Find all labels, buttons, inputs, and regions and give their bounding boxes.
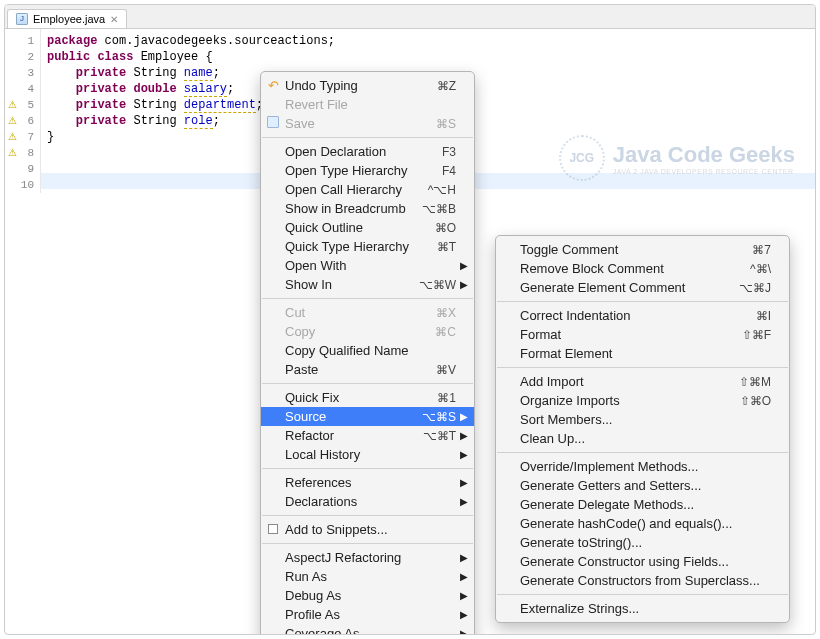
menu-item-generate-getters-and-setters[interactable]: Generate Getters and Setters... xyxy=(496,476,789,495)
menu-shortcut: ⌘Z xyxy=(437,79,456,93)
menu-item-label: References xyxy=(285,475,456,490)
menu-item-quick-type-hierarchy[interactable]: Quick Type Hierarchy⌘T xyxy=(261,237,474,256)
menu-item-quick-outline[interactable]: Quick Outline⌘O xyxy=(261,218,474,237)
menu-separator xyxy=(262,383,473,384)
menu-item-externalize-strings[interactable]: Externalize Strings... xyxy=(496,599,789,618)
menu-item-remove-block-comment[interactable]: Remove Block Comment^⌘\ xyxy=(496,259,789,278)
menu-item-override-implement-methods[interactable]: Override/Implement Methods... xyxy=(496,457,789,476)
menu-item-profile-as[interactable]: Profile As▶ xyxy=(261,605,474,624)
editor-window: J Employee.java ✕ 12345678910⚠⚠⚠⚠ packag… xyxy=(4,4,816,635)
close-tab-icon[interactable]: ✕ xyxy=(110,14,118,25)
menu-item-label: Clean Up... xyxy=(520,431,771,446)
menu-item-save: Save⌘S xyxy=(261,114,474,133)
menu-item-generate-delegate-methods[interactable]: Generate Delegate Methods... xyxy=(496,495,789,514)
menu-item-label: Refactor xyxy=(285,428,415,443)
undo-icon: ↶ xyxy=(265,78,281,93)
warning-marker[interactable]: ⚠ xyxy=(6,147,18,159)
menu-item-declarations[interactable]: Declarations▶ xyxy=(261,492,474,511)
menu-item-open-call-hierarchy[interactable]: Open Call Hierarchy^⌥H xyxy=(261,180,474,199)
menu-shortcut: ⌘I xyxy=(756,309,771,323)
menu-item-coverage-as[interactable]: Coverage As▶ xyxy=(261,624,474,635)
menu-separator xyxy=(262,515,473,516)
menu-item-generate-hashcode-and-equals[interactable]: Generate hashCode() and equals()... xyxy=(496,514,789,533)
menu-item-add-to-snippets[interactable]: Add to Snippets... xyxy=(261,520,474,539)
tab-filename: Employee.java xyxy=(33,13,105,25)
menu-item-local-history[interactable]: Local History▶ xyxy=(261,445,474,464)
context-menu[interactable]: ↶Undo Typing⌘ZRevert FileSave⌘SOpen Decl… xyxy=(260,71,475,635)
menu-shortcut: ⌘C xyxy=(435,325,456,339)
menu-item-label: Open Declaration xyxy=(285,144,434,159)
line-number: 10 xyxy=(5,177,40,193)
menu-item-show-in[interactable]: Show In⌥⌘W▶ xyxy=(261,275,474,294)
save-icon xyxy=(265,116,281,131)
menu-item-references[interactable]: References▶ xyxy=(261,473,474,492)
menu-item-label: Show in Breadcrumb xyxy=(285,201,414,216)
menu-item-label: Quick Type Hierarchy xyxy=(285,239,429,254)
menu-item-aspectj-refactoring[interactable]: AspectJ Refactoring▶ xyxy=(261,548,474,567)
menu-item-label: Declarations xyxy=(285,494,456,509)
warning-marker[interactable]: ⚠ xyxy=(6,131,18,143)
menu-item-open-declaration[interactable]: Open DeclarationF3 xyxy=(261,142,474,161)
submenu-arrow-icon: ▶ xyxy=(460,411,468,422)
menu-shortcut: ⇧⌘M xyxy=(739,375,771,389)
menu-item-show-in-breadcrumb[interactable]: Show in Breadcrumb⌥⌘B xyxy=(261,199,474,218)
menu-separator xyxy=(497,452,788,453)
menu-separator xyxy=(262,298,473,299)
menu-item-revert-file: Revert File xyxy=(261,95,474,114)
menu-item-generate-constructors-from-superclass[interactable]: Generate Constructors from Superclass... xyxy=(496,571,789,590)
menu-item-quick-fix[interactable]: Quick Fix⌘1 xyxy=(261,388,474,407)
menu-item-label: Revert File xyxy=(285,97,456,112)
menu-item-refactor[interactable]: Refactor⌥⌘T▶ xyxy=(261,426,474,445)
menu-item-open-with[interactable]: Open With▶ xyxy=(261,256,474,275)
menu-item-organize-imports[interactable]: Organize Imports⇧⌘O xyxy=(496,391,789,410)
snip-icon xyxy=(265,523,281,537)
menu-item-debug-as[interactable]: Debug As▶ xyxy=(261,586,474,605)
menu-item-generate-constructor-using-fields[interactable]: Generate Constructor using Fields... xyxy=(496,552,789,571)
menu-shortcut: ⌘7 xyxy=(752,243,771,257)
watermark-title: Java Code Geeks xyxy=(613,142,795,168)
menu-item-format[interactable]: Format⇧⌘F xyxy=(496,325,789,344)
menu-item-label: Open Call Hierarchy xyxy=(285,182,420,197)
menu-item-generate-element-comment[interactable]: Generate Element Comment⌥⌘J xyxy=(496,278,789,297)
submenu-arrow-icon: ▶ xyxy=(460,609,468,620)
menu-item-label: Open Type Hierarchy xyxy=(285,163,434,178)
menu-item-clean-up[interactable]: Clean Up... xyxy=(496,429,789,448)
warning-marker[interactable]: ⚠ xyxy=(6,115,18,127)
menu-shortcut: ⌘X xyxy=(436,306,456,320)
menu-item-run-as[interactable]: Run As▶ xyxy=(261,567,474,586)
menu-item-label: Remove Block Comment xyxy=(520,261,742,276)
menu-item-label: Generate toString()... xyxy=(520,535,771,550)
menu-item-cut: Cut⌘X xyxy=(261,303,474,322)
menu-item-label: Run As xyxy=(285,569,456,584)
menu-shortcut: ⌥⌘W xyxy=(419,278,456,292)
menu-item-paste[interactable]: Paste⌘V xyxy=(261,360,474,379)
menu-item-undo-typing[interactable]: ↶Undo Typing⌘Z xyxy=(261,76,474,95)
line-number: 2 xyxy=(5,49,40,65)
menu-shortcut: ⌘1 xyxy=(437,391,456,405)
menu-item-correct-indentation[interactable]: Correct Indentation⌘I xyxy=(496,306,789,325)
menu-item-generate-tostring[interactable]: Generate toString()... xyxy=(496,533,789,552)
menu-item-label: Add Import xyxy=(520,374,731,389)
submenu-arrow-icon: ▶ xyxy=(460,628,468,635)
menu-item-label: Profile As xyxy=(285,607,456,622)
menu-shortcut: ⌥⌘S xyxy=(422,410,456,424)
source-submenu[interactable]: Toggle Comment⌘7Remove Block Comment^⌘\G… xyxy=(495,235,790,623)
menu-item-sort-members[interactable]: Sort Members... xyxy=(496,410,789,429)
warning-marker[interactable]: ⚠ xyxy=(6,99,18,111)
menu-separator xyxy=(497,301,788,302)
submenu-arrow-icon: ▶ xyxy=(460,260,468,271)
menu-item-label: Source xyxy=(285,409,414,424)
menu-item-label: AspectJ Refactoring xyxy=(285,550,456,565)
menu-item-source[interactable]: Source⌥⌘S▶ xyxy=(261,407,474,426)
menu-item-label: Generate Getters and Setters... xyxy=(520,478,771,493)
menu-item-toggle-comment[interactable]: Toggle Comment⌘7 xyxy=(496,240,789,259)
menu-shortcut: ⇧⌘F xyxy=(742,328,771,342)
menu-item-add-import[interactable]: Add Import⇧⌘M xyxy=(496,372,789,391)
menu-item-label: Generate Constructor using Fields... xyxy=(520,554,771,569)
menu-separator xyxy=(262,137,473,138)
menu-item-open-type-hierarchy[interactable]: Open Type HierarchyF4 xyxy=(261,161,474,180)
menu-item-format-element[interactable]: Format Element xyxy=(496,344,789,363)
menu-item-copy-qualified-name[interactable]: Copy Qualified Name xyxy=(261,341,474,360)
menu-item-label: Save xyxy=(285,116,428,131)
file-tab[interactable]: J Employee.java ✕ xyxy=(7,9,127,28)
